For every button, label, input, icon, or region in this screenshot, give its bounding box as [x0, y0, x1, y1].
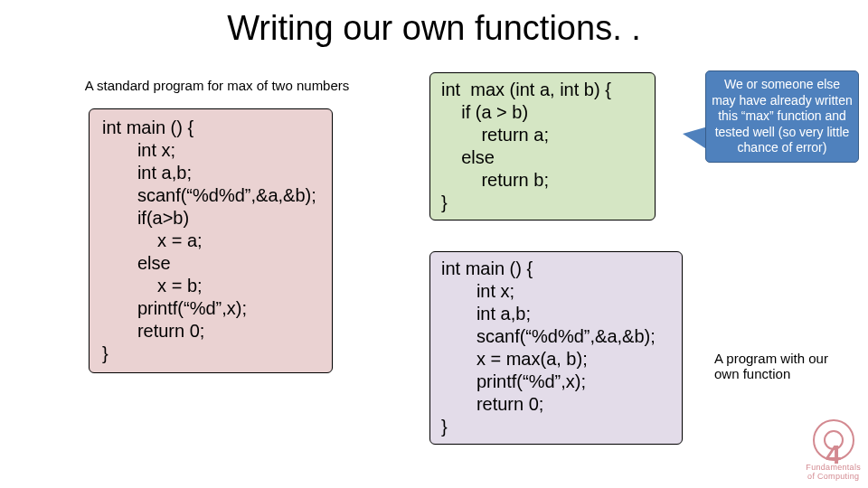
course-text-2: of Computing	[806, 472, 861, 481]
right-caption: A program with our own function	[714, 351, 850, 381]
callout-box: We or someone else may have already writ…	[705, 70, 859, 163]
slide-title: Writing our own functions. .	[0, 9, 868, 48]
left-code-block: int main () { int x; int a,b; scanf(“%d%…	[89, 108, 333, 373]
right-code-top-block: int max (int a, int b) { if (a > b) retu…	[429, 72, 656, 221]
seal-icon	[813, 419, 854, 461]
corner-logo: 4 Fundamentals of Computing	[806, 419, 861, 481]
callout-arrow-icon	[683, 127, 708, 150]
course-text-1: Fundamentals	[806, 463, 861, 472]
right-code-bottom-block: int main () { int x; int a,b; scanf(“%d%…	[429, 251, 683, 445]
left-caption: A standard program for max of two number…	[72, 78, 362, 93]
